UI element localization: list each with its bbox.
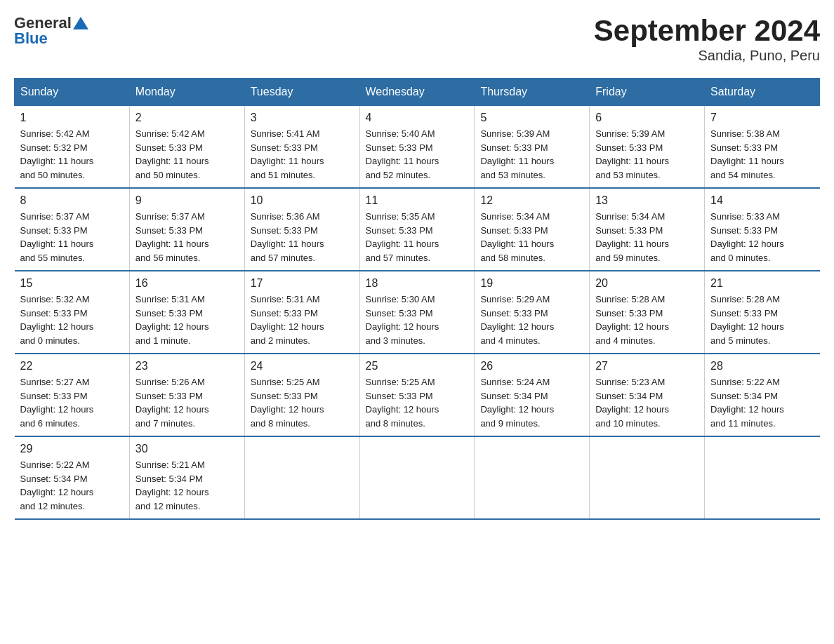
calendar-cell [475,436,590,519]
week-row-4: 22Sunrise: 5:27 AM Sunset: 5:33 PM Dayli… [15,354,820,436]
calendar-cell: 5Sunrise: 5:39 AM Sunset: 5:33 PM Daylig… [475,106,590,189]
day-info: Sunrise: 5:25 AM Sunset: 5:33 PM Dayligh… [366,375,469,430]
day-number: 10 [251,194,354,207]
day-number: 18 [366,277,469,290]
calendar-cell: 29Sunrise: 5:22 AM Sunset: 5:34 PM Dayli… [15,436,130,519]
calendar-cell [590,436,705,519]
title-area: September 2024 Sandia, Puno, Peru [594,14,820,64]
week-row-1: 1Sunrise: 5:42 AM Sunset: 5:32 PM Daylig… [15,106,820,189]
day-number: 2 [135,112,239,124]
page-title: September 2024 [594,14,820,48]
day-number: 8 [20,194,124,207]
day-number: 29 [20,443,124,455]
day-header-saturday: Saturday [705,79,820,106]
calendar-cell: 22Sunrise: 5:27 AM Sunset: 5:33 PM Dayli… [15,354,130,436]
calendar-cell: 13Sunrise: 5:34 AM Sunset: 5:33 PM Dayli… [590,188,705,271]
logo-triangle-icon [73,15,88,31]
calendar-cell: 10Sunrise: 5:36 AM Sunset: 5:33 PM Dayli… [244,188,359,271]
day-number: 11 [366,194,469,207]
day-info: Sunrise: 5:25 AM Sunset: 5:33 PM Dayligh… [251,375,354,430]
calendar-cell: 27Sunrise: 5:23 AM Sunset: 5:34 PM Dayli… [590,354,705,436]
calendar-cell: 6Sunrise: 5:39 AM Sunset: 5:33 PM Daylig… [590,106,705,189]
day-info: Sunrise: 5:31 AM Sunset: 5:33 PM Dayligh… [135,293,239,347]
day-number: 28 [710,360,814,373]
day-header-sunday: Sunday [15,79,130,106]
calendar-cell: 26Sunrise: 5:24 AM Sunset: 5:34 PM Dayli… [475,354,590,436]
day-info: Sunrise: 5:37 AM Sunset: 5:33 PM Dayligh… [20,210,124,264]
day-number: 1 [20,112,124,124]
day-info: Sunrise: 5:38 AM Sunset: 5:33 PM Dayligh… [710,127,814,182]
week-row-3: 15Sunrise: 5:32 AM Sunset: 5:33 PM Dayli… [15,271,820,354]
calendar-cell: 20Sunrise: 5:28 AM Sunset: 5:33 PM Dayli… [590,271,705,354]
calendar-cell: 14Sunrise: 5:33 AM Sunset: 5:33 PM Dayli… [705,188,820,271]
day-info: Sunrise: 5:34 AM Sunset: 5:33 PM Dayligh… [480,210,583,264]
calendar-cell: 16Sunrise: 5:31 AM Sunset: 5:33 PM Dayli… [129,271,244,354]
day-info: Sunrise: 5:34 AM Sunset: 5:33 PM Dayligh… [595,210,699,264]
calendar-cell [705,436,820,519]
day-info: Sunrise: 5:27 AM Sunset: 5:33 PM Dayligh… [20,375,124,430]
day-header-friday: Friday [590,79,705,106]
day-info: Sunrise: 5:42 AM Sunset: 5:33 PM Dayligh… [135,127,239,182]
day-header-tuesday: Tuesday [244,79,359,106]
day-info: Sunrise: 5:42 AM Sunset: 5:32 PM Dayligh… [20,127,124,182]
calendar-cell: 17Sunrise: 5:31 AM Sunset: 5:33 PM Dayli… [244,271,359,354]
day-number: 9 [135,194,239,207]
day-info: Sunrise: 5:30 AM Sunset: 5:33 PM Dayligh… [366,293,469,347]
logo: General Blue [14,14,88,48]
day-number: 5 [480,112,583,124]
day-info: Sunrise: 5:22 AM Sunset: 5:34 PM Dayligh… [20,458,124,513]
day-info: Sunrise: 5:26 AM Sunset: 5:33 PM Dayligh… [135,375,239,430]
day-info: Sunrise: 5:29 AM Sunset: 5:33 PM Dayligh… [480,293,583,347]
day-header-monday: Monday [129,79,244,106]
day-number: 4 [366,112,469,124]
day-info: Sunrise: 5:28 AM Sunset: 5:33 PM Dayligh… [710,293,814,347]
day-info: Sunrise: 5:40 AM Sunset: 5:33 PM Dayligh… [366,127,469,182]
day-number: 23 [135,360,239,373]
day-info: Sunrise: 5:39 AM Sunset: 5:33 PM Dayligh… [595,127,699,182]
day-info: Sunrise: 5:35 AM Sunset: 5:33 PM Dayligh… [366,210,469,264]
calendar-cell: 19Sunrise: 5:29 AM Sunset: 5:33 PM Dayli… [475,271,590,354]
day-info: Sunrise: 5:23 AM Sunset: 5:34 PM Dayligh… [595,375,699,430]
page-header: General Blue September 2024 Sandia, Puno… [14,14,820,64]
day-info: Sunrise: 5:36 AM Sunset: 5:33 PM Dayligh… [251,210,354,264]
day-number: 12 [480,194,583,207]
day-header-wednesday: Wednesday [359,79,475,106]
svg-marker-0 [73,17,88,29]
day-info: Sunrise: 5:41 AM Sunset: 5:33 PM Dayligh… [251,127,354,182]
day-info: Sunrise: 5:32 AM Sunset: 5:33 PM Dayligh… [20,293,124,347]
calendar-cell: 1Sunrise: 5:42 AM Sunset: 5:32 PM Daylig… [15,106,130,189]
calendar-cell: 3Sunrise: 5:41 AM Sunset: 5:33 PM Daylig… [244,106,359,189]
calendar-cell: 23Sunrise: 5:26 AM Sunset: 5:33 PM Dayli… [129,354,244,436]
day-number: 20 [595,277,699,290]
day-header-thursday: Thursday [475,79,590,106]
calendar-cell: 21Sunrise: 5:28 AM Sunset: 5:33 PM Dayli… [705,271,820,354]
calendar-cell: 25Sunrise: 5:25 AM Sunset: 5:33 PM Dayli… [359,354,475,436]
day-number: 30 [135,443,239,455]
calendar-cell: 24Sunrise: 5:25 AM Sunset: 5:33 PM Dayli… [244,354,359,436]
day-number: 3 [251,112,354,124]
day-number: 22 [20,360,124,373]
calendar-cell: 30Sunrise: 5:21 AM Sunset: 5:34 PM Dayli… [129,436,244,519]
day-info: Sunrise: 5:21 AM Sunset: 5:34 PM Dayligh… [135,458,239,513]
calendar-cell: 18Sunrise: 5:30 AM Sunset: 5:33 PM Dayli… [359,271,475,354]
calendar-cell: 2Sunrise: 5:42 AM Sunset: 5:33 PM Daylig… [129,106,244,189]
calendar-cell: 12Sunrise: 5:34 AM Sunset: 5:33 PM Dayli… [475,188,590,271]
day-info: Sunrise: 5:24 AM Sunset: 5:34 PM Dayligh… [480,375,583,430]
day-number: 14 [710,194,814,207]
calendar-cell: 4Sunrise: 5:40 AM Sunset: 5:33 PM Daylig… [359,106,475,189]
day-number: 7 [710,112,814,124]
calendar-table: SundayMondayTuesdayWednesdayThursdayFrid… [14,78,820,520]
day-info: Sunrise: 5:31 AM Sunset: 5:33 PM Dayligh… [251,293,354,347]
day-number: 17 [251,277,354,290]
calendar-cell: 9Sunrise: 5:37 AM Sunset: 5:33 PM Daylig… [129,188,244,271]
day-info: Sunrise: 5:39 AM Sunset: 5:33 PM Dayligh… [480,127,583,182]
week-row-5: 29Sunrise: 5:22 AM Sunset: 5:34 PM Dayli… [15,436,820,519]
day-number: 19 [480,277,583,290]
day-info: Sunrise: 5:22 AM Sunset: 5:34 PM Dayligh… [710,375,814,430]
day-number: 16 [135,277,239,290]
day-number: 6 [595,112,699,124]
day-info: Sunrise: 5:37 AM Sunset: 5:33 PM Dayligh… [135,210,239,264]
week-row-2: 8Sunrise: 5:37 AM Sunset: 5:33 PM Daylig… [15,188,820,271]
day-number: 15 [20,277,124,290]
calendar-cell [244,436,359,519]
